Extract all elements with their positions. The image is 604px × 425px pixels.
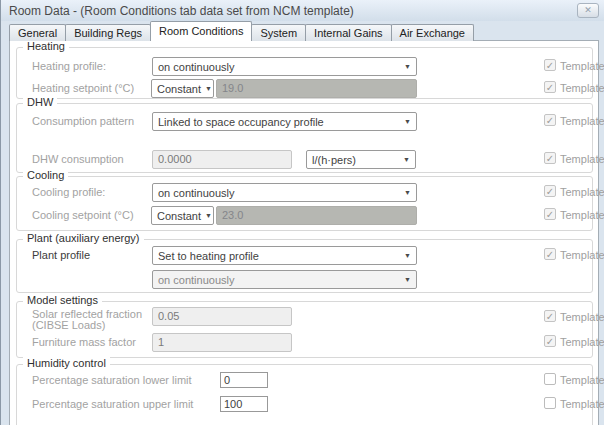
tab-air-exchange[interactable]: Air Exchange xyxy=(391,24,474,41)
titlebar: Room Data - (Room Conditions tab data se… xyxy=(1,0,604,21)
furniture-mass-factor-field: 1 xyxy=(152,333,292,352)
chevron-down-icon: ▼ xyxy=(404,118,411,125)
tab-building-regs[interactable]: Building Regs xyxy=(65,24,151,41)
heating-profile-value: on continuously xyxy=(158,61,234,73)
tab-general[interactable]: General xyxy=(9,24,66,41)
tab-internal-gains[interactable]: Internal Gains xyxy=(305,24,391,41)
heating-setpoint-value-field: 19.0 xyxy=(216,79,417,98)
saturation-upper-limit-input[interactable] xyxy=(220,396,268,412)
tab-room-conditions[interactable]: Room Conditions xyxy=(150,21,252,41)
solar-reflected-fraction-template-checkbox[interactable]: ✓ xyxy=(544,310,556,322)
consumption-pattern-combo[interactable]: Linked to space occupancy profile ▼ xyxy=(152,112,417,131)
cooling-profile-label: Cooling profile: xyxy=(32,186,105,198)
heating-profile-template-checkbox[interactable]: ✓ xyxy=(544,59,556,71)
template-label: Template xyxy=(560,60,604,72)
heating-setpoint-mode-combo[interactable]: Constant ▼ xyxy=(151,79,214,98)
heating-setpoint-template-checkbox[interactable]: ✓ xyxy=(544,81,556,93)
close-button[interactable]: ✕ xyxy=(577,3,599,18)
chevron-down-icon: ▼ xyxy=(205,212,212,219)
consumption-pattern-label: Consumption pattern xyxy=(32,115,134,127)
dhw-consumption-label: DHW consumption xyxy=(32,153,124,165)
plant-profile-template-checkbox[interactable]: ✓ xyxy=(544,248,556,260)
tab-system[interactable]: System xyxy=(251,24,306,41)
cooling-profile-template-checkbox[interactable]: ✓ xyxy=(544,185,556,197)
chevron-down-icon: ▼ xyxy=(404,63,411,70)
plant-profile-value: Set to heating profile xyxy=(158,250,259,262)
consumption-pattern-template-checkbox[interactable]: ✓ xyxy=(544,114,556,126)
cooling-setpoint-value-field: 23.0 xyxy=(216,206,417,225)
cooling-setpoint-label: Cooling setpoint (°C) xyxy=(32,209,134,221)
chevron-down-icon: ▼ xyxy=(404,252,411,259)
plant-secondary-profile-combo[interactable]: on continuously ▼ xyxy=(152,270,417,289)
chevron-down-icon: ▼ xyxy=(205,85,212,92)
template-label: Template xyxy=(560,115,604,127)
saturation-upper-limit-template-checkbox[interactable] xyxy=(544,397,556,409)
plant-profile-label: Plant profile xyxy=(32,249,90,261)
template-label: Template xyxy=(560,249,604,261)
cooling-setpoint-mode-value: Constant xyxy=(157,210,201,222)
cooling-setpoint-template-checkbox[interactable]: ✓ xyxy=(544,208,556,220)
section-model-settings: Model settings Solar reflected fraction … xyxy=(16,301,593,358)
template-label: Template xyxy=(560,209,604,221)
section-heating: Heating Heating profile: on continuously… xyxy=(16,47,593,99)
dhw-consumption-template-checkbox[interactable]: ✓ xyxy=(544,152,556,164)
close-icon: ✕ xyxy=(584,5,592,15)
cooling-profile-value: on continuously xyxy=(158,187,234,199)
heating-profile-label: Heating profile: xyxy=(32,60,106,72)
heating-setpoint-mode-value: Constant xyxy=(157,83,201,95)
template-label: Template xyxy=(560,153,604,165)
dhw-consumption-unit-combo[interactable]: l/(h·pers) ▼ xyxy=(306,150,416,169)
section-dhw-title: DHW xyxy=(23,96,57,108)
section-model-settings-title: Model settings xyxy=(23,294,102,306)
room-data-dialog: Room Data - (Room Conditions tab data se… xyxy=(0,0,604,425)
section-cooling: Cooling Cooling profile: on continuously… xyxy=(16,176,593,231)
cooling-setpoint-mode-combo[interactable]: Constant ▼ xyxy=(151,206,214,225)
consumption-pattern-value: Linked to space occupancy profile xyxy=(158,116,324,128)
template-label: Template xyxy=(560,82,604,94)
furniture-mass-factor-label: Furniture mass factor xyxy=(32,336,136,348)
solar-reflected-fraction-field: 0.05 xyxy=(152,307,292,326)
tab-page: Heating Heating profile: on continuously… xyxy=(9,40,599,425)
cooling-profile-combo[interactable]: on continuously ▼ xyxy=(152,183,417,202)
heating-profile-combo[interactable]: on continuously ▼ xyxy=(152,57,417,76)
tab-bar: General Building Regs Room Conditions Sy… xyxy=(9,23,473,41)
heating-setpoint-label: Heating setpoint (°C) xyxy=(32,82,134,94)
dhw-consumption-value-field: 0.0000 xyxy=(152,150,292,169)
saturation-lower-limit-input[interactable] xyxy=(220,372,268,388)
template-label: Template xyxy=(560,186,604,198)
plant-secondary-profile-value: on continuously xyxy=(158,274,234,286)
solar-reflected-fraction-label-line2: (CIBSE Loads) xyxy=(32,319,105,331)
saturation-lower-limit-template-checkbox[interactable] xyxy=(544,373,556,385)
section-humidity-control-title: Humidity control xyxy=(23,357,110,369)
template-label: Template xyxy=(560,311,604,323)
template-label: Template xyxy=(560,336,604,348)
section-plant-title: Plant (auxiliary energy) xyxy=(23,232,144,244)
saturation-lower-limit-label: Percentage saturation lower limit xyxy=(32,374,192,386)
chevron-down-icon: ▼ xyxy=(404,276,411,283)
plant-profile-combo[interactable]: Set to heating profile ▼ xyxy=(152,246,417,265)
template-label: Template xyxy=(560,398,604,410)
section-humidity-control: Humidity control Percentage saturation l… xyxy=(16,364,593,425)
saturation-upper-limit-label: Percentage saturation upper limit xyxy=(32,398,193,410)
chevron-down-icon: ▼ xyxy=(403,156,410,163)
section-dhw: DHW Consumption pattern Linked to space … xyxy=(16,103,593,173)
section-cooling-title: Cooling xyxy=(23,169,68,181)
section-plant: Plant (auxiliary energy) Plant profile S… xyxy=(16,239,593,293)
template-label: Template xyxy=(560,374,604,386)
furniture-mass-factor-template-checkbox[interactable]: ✓ xyxy=(544,335,556,347)
chevron-down-icon: ▼ xyxy=(404,189,411,196)
dhw-consumption-unit-value: l/(h·pers) xyxy=(312,154,356,166)
section-heating-title: Heating xyxy=(23,40,69,52)
window-title: Room Data - (Room Conditions tab data se… xyxy=(9,4,354,18)
